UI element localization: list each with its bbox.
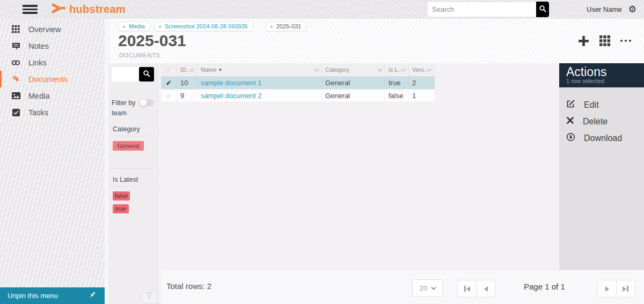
cell-islatest: true: [385, 77, 409, 89]
global-search: [428, 2, 549, 17]
sidebar-item-label: Documents: [28, 75, 68, 84]
filter-tag-false[interactable]: false: [113, 191, 130, 201]
cell-id: 10: [177, 77, 197, 89]
unpin-menu-label: Unpin this menu: [8, 292, 58, 300]
sidebar-item-label: Links: [28, 58, 47, 67]
actions-panel: Actions 1 row selected Edit Delete: [559, 63, 644, 270]
actions-title: Actions: [566, 65, 644, 79]
document-link[interactable]: sampel document 2: [201, 92, 261, 100]
first-page-button[interactable]: [457, 280, 477, 298]
select-all-checkbox[interactable]: ✓: [161, 63, 177, 76]
breadcrumb-media[interactable]: ▸ Media: [118, 21, 150, 31]
filter-tag-general[interactable]: General: [113, 141, 144, 151]
column-header-name[interactable]: Name▾: [197, 63, 322, 76]
paperclip-icon: [11, 75, 20, 84]
sidebar-item-notes[interactable]: Notes: [0, 38, 105, 54]
sidebar-item-media[interactable]: Media: [0, 87, 105, 104]
chevron-down-icon: [431, 285, 436, 290]
delete-button[interactable]: Delete: [566, 113, 644, 130]
filter-group-islatest-label: Is Latest: [112, 174, 155, 187]
main-area: Filter by team Category General Is Lates…: [109, 63, 644, 304]
sort-desc-icon: ▾: [219, 67, 222, 72]
filter-search-button[interactable]: [139, 67, 154, 81]
funnel-icon: [145, 292, 153, 301]
column-chevron-icon[interactable]: [427, 66, 431, 71]
table-header-row: ✓ ID... Name▾ Category Is: [161, 63, 435, 77]
gear-icon[interactable]: ⚙: [628, 5, 636, 14]
table-row[interactable]: ✓ 9 sampel document 2 General false 1: [161, 90, 435, 102]
column-header-islatest[interactable]: Is L...: [385, 63, 409, 76]
link-icon: [11, 58, 20, 67]
filter-tag-true[interactable]: true: [113, 204, 129, 213]
top-bar: hubstream User Name ⚙: [0, 0, 644, 19]
last-page-button[interactable]: [616, 280, 635, 298]
pin-icon: [89, 291, 96, 301]
page-title: 2025-031: [118, 32, 186, 50]
filter-group-category-label: Category: [112, 123, 155, 136]
check-icon: ✓: [166, 66, 171, 73]
sidebar-item-label: Media: [28, 92, 50, 100]
sidebar-item-label: Tasks: [28, 108, 48, 117]
document-link[interactable]: sample document 1: [201, 79, 261, 87]
sidebar-nav: Overview Notes Links Documents: [0, 19, 105, 121]
logo[interactable]: hubstream: [52, 3, 126, 16]
sidebar-item-label: Notes: [28, 42, 49, 50]
download-button[interactable]: Download: [566, 130, 644, 146]
search-icon: [539, 5, 546, 14]
sidebar-item-tasks[interactable]: Tasks: [0, 104, 105, 121]
sidebar-item-links[interactable]: Links: [0, 54, 105, 71]
search-icon: [143, 70, 150, 79]
row-checkbox[interactable]: ✓: [161, 77, 177, 89]
team-toggle-switch[interactable]: [140, 99, 154, 106]
page-size-select[interactable]: 20: [412, 279, 443, 297]
cell-version: 1: [409, 90, 435, 102]
column-header-category[interactable]: Category: [322, 63, 385, 76]
unpin-menu-button[interactable]: Unpin this menu: [0, 287, 105, 304]
user-name[interactable]: User Name: [587, 5, 622, 13]
page-indicator: Page 1 of 1: [524, 282, 565, 291]
cell-islatest: false: [385, 90, 409, 102]
filter-search: [112, 67, 155, 81]
check-icon: ✓: [166, 92, 171, 100]
column-header-version[interactable]: Vers...: [409, 63, 435, 76]
funnel-filter-button[interactable]: [142, 290, 157, 303]
app-window: hubstream User Name ⚙ Overview: [0, 0, 644, 304]
breadcrumb-arrow-icon: ▸: [123, 24, 126, 29]
filter-search-input[interactable]: [112, 67, 139, 81]
edit-button[interactable]: Edit: [566, 97, 644, 113]
add-document-button[interactable]: [578, 35, 589, 47]
cell-version: 2: [409, 77, 435, 89]
column-chevron-icon[interactable]: [190, 66, 194, 71]
last-page-icon: [623, 286, 630, 292]
column-header-id[interactable]: ID...: [177, 63, 197, 76]
sidebar-scrollbar[interactable]: [105, 19, 109, 304]
hamburger-menu-icon[interactable]: [23, 3, 38, 16]
grid-view-button[interactable]: [599, 35, 611, 47]
total-rows-label: Total rows: 2: [166, 281, 211, 291]
delete-x-icon: [566, 116, 574, 127]
next-page-button[interactable]: [597, 280, 617, 298]
grid-icon: [11, 25, 20, 34]
logo-icon: [52, 3, 66, 16]
edit-icon: [566, 99, 575, 110]
more-options-button[interactable]: [620, 40, 632, 42]
breadcrumb-current[interactable]: ▸ 2025-031: [266, 21, 307, 31]
search-input[interactable]: [428, 2, 536, 17]
image-icon: [11, 91, 20, 100]
content-header: ▸ Media ▸ Screenshot 2024-08-28 093935 ▸…: [109, 19, 644, 63]
breadcrumb-screenshot[interactable]: ▸ Screenshot 2024-08-28 093935: [154, 21, 253, 31]
sidebar: Overview Notes Links Documents: [0, 19, 105, 304]
page-subtitle: DOCUMENTS: [119, 52, 160, 58]
row-checkbox[interactable]: ✓: [161, 90, 177, 102]
sidebar-item-overview[interactable]: Overview: [0, 21, 105, 38]
first-page-icon: [464, 286, 471, 292]
column-chevron-icon[interactable]: [314, 66, 319, 71]
filter-panel: Filter by team Category General Is Lates…: [109, 63, 158, 304]
table-row[interactable]: ✓ 10 sample document 1 General true 2: [161, 77, 435, 90]
column-chevron-icon[interactable]: [378, 66, 382, 71]
sidebar-item-documents[interactable]: Documents: [0, 71, 105, 87]
cell-id: 9: [177, 90, 197, 102]
prev-page-button[interactable]: [476, 280, 495, 298]
search-button[interactable]: [536, 2, 549, 17]
column-chevron-icon[interactable]: [401, 66, 406, 71]
